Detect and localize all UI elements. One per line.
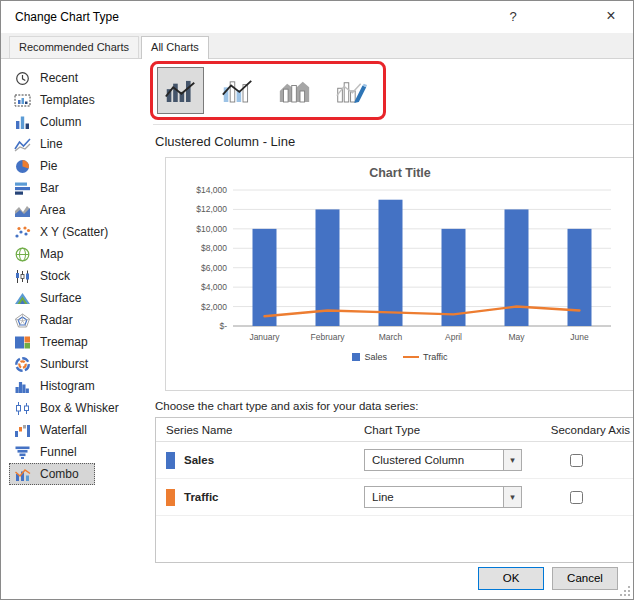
sidebar-item-label: Combo	[40, 467, 79, 481]
preview-chart-svg: $14,000$12,000$10,000$8,000$6,000$4,000$…	[181, 182, 619, 350]
treemap-icon	[14, 335, 31, 350]
sidebar-item-label: Box & Whisker	[40, 401, 119, 415]
chart-type-value: Line	[365, 487, 503, 507]
col-series-name: Series Name	[166, 424, 364, 436]
line-icon	[14, 137, 31, 152]
series-table-intro: Choose the chart type and axis for your …	[155, 400, 634, 412]
sidebar-item-recent[interactable]: Recent	[9, 67, 94, 89]
svg-text:$6,000: $6,000	[201, 263, 227, 273]
series-table-header: Series Name Chart Type Secondary Axis	[156, 418, 634, 442]
sidebar-item-funnel[interactable]: Funnel	[9, 441, 93, 463]
help-button[interactable]: ?	[497, 1, 529, 31]
legend-square-marker	[352, 353, 360, 361]
sidebar-item-label: Surface	[40, 291, 81, 305]
cancel-button[interactable]: Cancel	[552, 567, 618, 590]
svg-text:May: May	[508, 332, 525, 342]
sidebar-item-stock[interactable]: Stock	[9, 265, 86, 287]
chart-type-cell: Clustered Column▾	[364, 449, 522, 471]
svg-text:$14,000: $14,000	[196, 185, 227, 195]
map-icon	[14, 247, 31, 262]
subtype-button-stacked-area-clustered-column[interactable]	[271, 67, 318, 114]
sidebar-item-x-y-scatter-[interactable]: X Y (Scatter)	[9, 221, 124, 243]
tab-recommended-charts[interactable]: Recommended Charts	[9, 36, 139, 58]
sidebar-item-area[interactable]: Area	[9, 199, 81, 221]
scatter-icon	[14, 225, 31, 240]
sidebar-item-combo[interactable]: Combo	[9, 463, 95, 485]
series-name-cell: Sales	[166, 452, 364, 469]
series-color-swatch	[166, 489, 175, 506]
bar-icon	[14, 181, 31, 196]
sidebar-item-map[interactable]: Map	[9, 243, 79, 265]
boxwhisker-icon	[14, 401, 31, 416]
templates-icon	[14, 93, 31, 108]
sidebar-item-label: Waterfall	[40, 423, 87, 437]
svg-text:March: March	[379, 332, 403, 342]
sidebar-item-radar[interactable]: Radar	[9, 309, 89, 331]
chart-type-dropdown[interactable]: Clustered Column▾	[364, 449, 522, 471]
sunburst-icon	[14, 357, 31, 372]
change-chart-type-dialog: Change Chart Type ? × Recommended Charts…	[0, 0, 634, 600]
sidebar-item-bar[interactable]: Bar	[9, 177, 75, 199]
series-table: Series Name Chart Type Secondary Axis Sa…	[155, 417, 634, 563]
sidebar-item-sunburst[interactable]: Sunburst	[9, 353, 104, 375]
dialog-content: RecentTemplatesColumnLinePieBarAreaX Y (…	[1, 59, 633, 563]
sidebar-item-line[interactable]: Line	[9, 133, 79, 155]
main-panel: Clustered Column - Line Chart Title $14,…	[143, 59, 634, 563]
sidebar-item-label: Map	[40, 247, 63, 261]
svg-text:April: April	[445, 332, 462, 342]
series-name-cell: Traffic	[166, 489, 364, 506]
legend-label: Sales	[364, 352, 387, 362]
sidebar-item-label: Templates	[40, 93, 95, 107]
combo-icon	[14, 467, 31, 482]
col-chart-type: Chart Type	[364, 424, 522, 436]
sidebar-item-label: Bar	[40, 181, 59, 195]
tab-all-charts[interactable]: All Charts	[141, 36, 209, 59]
sidebar-item-histogram[interactable]: Histogram	[9, 375, 111, 397]
svg-text:$10,000: $10,000	[196, 224, 227, 234]
radar-icon	[14, 313, 31, 328]
sidebar-item-pie[interactable]: Pie	[9, 155, 73, 177]
svg-text:$-: $-	[219, 321, 227, 331]
sidebar-item-waterfall[interactable]: Waterfall	[9, 419, 103, 441]
close-button[interactable]: ×	[595, 1, 627, 31]
footer: OK Cancel	[1, 563, 633, 600]
subtype-button-clustered-column-line-secondary[interactable]	[214, 67, 261, 114]
sidebar-item-treemap[interactable]: Treemap	[9, 331, 104, 353]
chart-type-dropdown[interactable]: Line▾	[364, 486, 522, 508]
sidebar-item-label: Sunburst	[40, 357, 88, 371]
combo-subtype-row	[153, 59, 634, 124]
svg-text:February: February	[310, 332, 345, 342]
stock-icon	[14, 269, 31, 284]
sidebar-item-label: Stock	[40, 269, 70, 283]
svg-text:$8,000: $8,000	[201, 243, 227, 253]
subtype-button-clustered-column-line[interactable]	[157, 67, 204, 114]
sidebar-item-box-whisker[interactable]: Box & Whisker	[9, 397, 135, 419]
secondary-axis-cell	[522, 491, 630, 504]
column-icon	[14, 115, 31, 130]
legend-item-traffic: Traffic	[403, 352, 448, 362]
chart-type-list: RecentTemplatesColumnLinePieBarAreaX Y (…	[1, 59, 143, 563]
sidebar-item-label: Line	[40, 137, 63, 151]
resize-grip[interactable]	[618, 584, 631, 597]
series-color-swatch	[166, 452, 175, 469]
sidebar-item-label: Recent	[40, 71, 78, 85]
sidebar-item-column[interactable]: Column	[9, 111, 97, 133]
sidebar-item-label: Area	[40, 203, 65, 217]
chevron-down-icon[interactable]: ▾	[503, 487, 521, 507]
secondary-axis-checkbox[interactable]	[570, 454, 583, 467]
sidebar-item-label: Radar	[40, 313, 73, 327]
secondary-axis-cell	[522, 454, 630, 467]
svg-text:$4,000: $4,000	[201, 282, 227, 292]
sidebar-item-surface[interactable]: Surface	[9, 287, 97, 309]
pie-icon	[14, 159, 31, 174]
dialog-title: Change Chart Type	[1, 10, 119, 24]
chart-preview: Chart Title $14,000$12,000$10,000$8,000$…	[165, 157, 634, 391]
secondary-axis-checkbox[interactable]	[570, 491, 583, 504]
chevron-down-icon[interactable]: ▾	[503, 450, 521, 470]
series-table-rows: SalesClustered Column▾TrafficLine▾	[156, 442, 634, 516]
sidebar-item-label: Column	[40, 115, 81, 129]
sidebar-item-templates[interactable]: Templates	[9, 89, 111, 111]
subtype-button-custom-combination[interactable]	[328, 67, 375, 114]
ok-button[interactable]: OK	[478, 567, 544, 590]
svg-text:$2,000: $2,000	[201, 302, 227, 312]
